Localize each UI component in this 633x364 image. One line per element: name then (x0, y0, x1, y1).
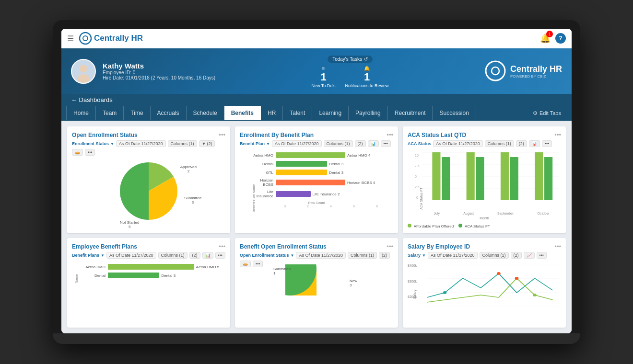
more-btn[interactable]: ••• (542, 140, 552, 147)
widget-menu-icon[interactable]: ••• (554, 243, 561, 250)
hamburger-icon[interactable]: ☰ (67, 34, 74, 43)
notifications-count: 1 (345, 71, 389, 83)
dropdown-arrow: ▼ (110, 142, 114, 146)
y-tick-75: 7.5 (415, 164, 420, 168)
widget-menu-icon[interactable]: ••• (219, 243, 225, 250)
notification-badge: 1 (546, 31, 553, 37)
dashboard-grid: Open Enrollment Status ••• Enrollment St… (61, 121, 572, 333)
filter-btn[interactable]: (2) (516, 140, 527, 147)
columns-btn[interactable]: Columns (1) (168, 140, 197, 147)
widget-salary-by-employee: Salary By Employee ID ••• Salary ▼ As Of… (403, 238, 566, 328)
svg-point-28 (533, 294, 537, 296)
employee-info: Kathy Watts Employee ID: 0 Hire Date: 01… (103, 62, 215, 80)
widget-title: Salary By Employee ID (408, 243, 470, 250)
tab-learning[interactable]: Learning (312, 106, 349, 120)
x-label-october: October (537, 212, 549, 215)
svg-rect-15 (476, 157, 484, 200)
columns-btn[interactable]: Columns (1) (480, 252, 509, 259)
widget-menu-icon[interactable]: ••• (387, 243, 393, 250)
svg-point-6 (492, 67, 499, 75)
chart-btn[interactable]: 📊 (529, 140, 540, 147)
filter-label[interactable]: Open Enrollment Status ▼ (240, 253, 294, 258)
y-label-400k: $400k (408, 264, 417, 267)
filter-btn[interactable]: (2) (355, 140, 366, 147)
gear-icon: ⚙ (533, 110, 538, 116)
widget-header: Open Enrollment Status ••• (72, 131, 225, 138)
svg-rect-14 (467, 152, 475, 200)
widget-aca-status: ACA Status Last QTD ••• ACA Status As Of… (403, 126, 566, 233)
columns-btn[interactable]: Columns (1) (348, 252, 377, 259)
svg-rect-12 (432, 152, 440, 200)
chart-btn[interactable]: 🥧 (240, 261, 251, 267)
more-btn[interactable]: ••• (381, 140, 391, 147)
new-todos-stat: ≡ 1 New To Do's (311, 66, 335, 88)
laptop-frame: ☰ Centrally HR 🔔 1 ? (53, 20, 580, 344)
tab-succession[interactable]: Succession (433, 106, 476, 120)
tab-recruitment[interactable]: Recruitment (388, 106, 433, 120)
more-btn[interactable]: ••• (253, 261, 263, 267)
x-axis-ticks: 02468 (273, 205, 388, 208)
filter-label[interactable]: Enrollment Status ▼ (72, 141, 114, 146)
chart-btn[interactable]: 📊 (368, 140, 379, 147)
filter-label[interactable]: ACA Status (408, 141, 431, 146)
widget-header: Benefit Open Enrollment Status ••• (240, 243, 393, 250)
widget-title: Employee Benefit Plans (72, 243, 137, 250)
svg-point-4 (77, 74, 90, 82)
pie-chart: Approved 2 Submitted 3 Not Started 5 (72, 159, 225, 226)
brand-powered: POWERED BY CBIZ (510, 74, 562, 79)
widget-enrollment-by-plan: Enrollment By Benefit Plan ••• Benefit P… (235, 126, 398, 233)
y-tick-0: 0 (416, 196, 418, 199)
y-tick-10: 10 (415, 154, 419, 157)
filter-btn[interactable]: (2) (189, 252, 200, 259)
pie-label-approved: Approved (180, 165, 197, 169)
y-axis-label: Name (75, 274, 78, 284)
edit-tabs-button[interactable]: ⚙ Edit Tabs (527, 107, 567, 119)
help-button[interactable]: ? (555, 33, 566, 44)
hero-right: Centrally HR POWERED BY CBIZ (485, 60, 562, 82)
svg-point-1 (83, 36, 88, 41)
chart-btn[interactable]: 📊 (202, 252, 213, 259)
nav-tabs: Home Team Time Accruals Schedule Benefit… (61, 106, 572, 121)
filter-label[interactable]: Salary ▼ (408, 253, 426, 258)
tab-time[interactable]: Time (124, 106, 150, 120)
tab-team[interactable]: Team (96, 106, 124, 120)
new-todos-icon: ≡ (311, 66, 335, 71)
back-link[interactable]: ← Dashboards (71, 96, 113, 103)
filter-label[interactable]: Benefit Plan ▼ (240, 141, 270, 146)
widget-menu-icon[interactable]: ••• (554, 131, 561, 138)
aca-legend: Affordable Plan Offered ACA Status FT (408, 224, 561, 228)
filter-btn[interactable]: ▼ (2) (199, 140, 215, 147)
as-of-date: As Of Date 11/27/2020 (106, 252, 156, 259)
top-navigation: ☰ Centrally HR 🔔 1 ? (61, 29, 572, 48)
tab-benefits[interactable]: Benefits (224, 106, 261, 120)
pie-label-new: New3 (350, 279, 357, 287)
tab-schedule[interactable]: Schedule (187, 106, 224, 120)
pie-label-submitted: Submitted1 (273, 267, 291, 275)
avatar (71, 59, 96, 84)
chart-btn[interactable]: 📈 (524, 252, 535, 259)
chart-btn[interactable]: 🥧 (72, 149, 83, 156)
tab-accruals[interactable]: Accruals (151, 106, 187, 120)
columns-btn[interactable]: Columns (1) (324, 140, 353, 147)
today-tasks-label: Today's Tasks ↺ (328, 56, 373, 63)
columns-btn[interactable]: Columns (1) (158, 252, 188, 259)
more-btn[interactable]: ••• (85, 149, 95, 156)
widget-title: ACA Status Last QTD (408, 132, 466, 138)
more-btn[interactable]: ••• (537, 252, 547, 259)
widget-menu-icon[interactable]: ••• (219, 131, 225, 138)
tab-home[interactable]: Home (66, 106, 96, 120)
bar-row-gtl: GTL Dental 3 (249, 170, 388, 175)
columns-btn[interactable]: Columns (1) (485, 140, 514, 147)
tab-payrolling[interactable]: Payrolling (349, 106, 388, 120)
widget-title: Enrollment By Benefit Plan (240, 132, 314, 138)
notification-icon[interactable]: 🔔 1 (540, 33, 551, 44)
screen: ☰ Centrally HR 🔔 1 ? (61, 29, 572, 333)
widget-menu-icon[interactable]: ••• (387, 131, 393, 138)
tab-talent[interactable]: Talent (283, 106, 312, 120)
filter-label[interactable]: Benefit Plans ▼ (72, 253, 105, 258)
filter-btn[interactable]: (2) (511, 252, 522, 259)
filter-btn[interactable]: (2) (379, 252, 390, 259)
more-btn[interactable]: ••• (215, 252, 225, 259)
breadcrumb[interactable]: ← Dashboards (61, 94, 572, 106)
tab-hr[interactable]: HR (261, 106, 283, 120)
